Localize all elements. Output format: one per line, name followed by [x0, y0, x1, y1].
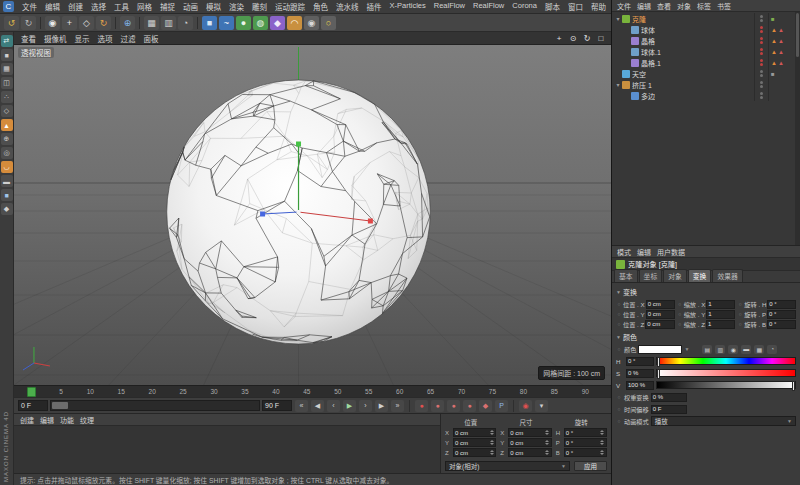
- parameter-field[interactable]: 0 cm: [645, 320, 674, 329]
- chevron-down-icon[interactable]: ▼: [684, 346, 689, 352]
- hsv-mode-icon[interactable]: ▥: [715, 345, 725, 354]
- object-tree-item[interactable]: 球体.1▲▲: [612, 46, 800, 57]
- viewport-menu-item[interactable]: 摄像机: [40, 33, 71, 44]
- visibility-dots[interactable]: [754, 57, 768, 68]
- edges-mode-icon[interactable]: ◇: [1, 105, 13, 117]
- coordinate-system-icon[interactable]: ⊕: [120, 16, 135, 30]
- current-frame-field[interactable]: 0 F: [18, 400, 48, 411]
- menubar-item[interactable]: 捕捉: [156, 1, 179, 12]
- object-label[interactable]: 晶格: [641, 36, 655, 46]
- menubar-item[interactable]: X-Particles: [386, 1, 430, 12]
- transform-section-header[interactable]: ▼ 变换: [616, 287, 796, 297]
- material-menu-item[interactable]: 创建: [17, 415, 37, 425]
- orange-tri-tag-icon[interactable]: ▲: [771, 38, 777, 44]
- menubar-item[interactable]: 帮助: [587, 1, 610, 12]
- viewport-menu-item[interactable]: 面板: [140, 33, 163, 44]
- wheel-mode-icon[interactable]: ◉: [728, 345, 738, 354]
- swatches-mode-icon[interactable]: ▦: [754, 345, 764, 354]
- coord-field[interactable]: 0 cm: [453, 438, 496, 447]
- object-label[interactable]: 球体: [641, 25, 655, 35]
- attribute-menu-item[interactable]: 编辑: [634, 247, 654, 257]
- prev-frame-icon[interactable]: ‹: [327, 400, 340, 412]
- object-tree-item[interactable]: ▾克隆■: [612, 13, 800, 24]
- coord-mode-dropdown[interactable]: 对象(相对)▼: [445, 461, 570, 471]
- coord-field[interactable]: 0 °: [564, 438, 607, 447]
- object-manager-menu-item[interactable]: 标签: [694, 1, 714, 11]
- prev-key-icon[interactable]: ◀: [311, 400, 324, 412]
- record-icon[interactable]: ●: [415, 400, 428, 412]
- red-tri-tag-icon[interactable]: ▲: [778, 49, 784, 55]
- menubar-item[interactable]: 渲染: [225, 1, 248, 12]
- spinner-icon[interactable]: [489, 448, 494, 457]
- visibility-dots[interactable]: [754, 24, 768, 35]
- render-picture-viewer-icon[interactable]: ▥: [161, 16, 176, 30]
- attribute-tab[interactable]: 坐标: [639, 269, 663, 282]
- maximize-icon[interactable]: □: [595, 33, 607, 44]
- zoom-icon[interactable]: ⊙: [567, 33, 579, 44]
- object-tags[interactable]: ▲▲: [768, 57, 794, 68]
- menubar-item[interactable]: 编辑: [41, 1, 64, 12]
- material-menu-item[interactable]: 功能: [57, 415, 77, 425]
- keyframe-position-icon[interactable]: ●: [431, 400, 444, 412]
- parameter-field[interactable]: 0 °: [767, 310, 796, 319]
- viewport-label[interactable]: 透视视图: [18, 47, 54, 58]
- parameter-field[interactable]: 0 °: [767, 300, 796, 309]
- keyframe-rotation-icon[interactable]: ●: [463, 400, 476, 412]
- viewport[interactable]: 透视视图 网格间距 : 100 cm: [14, 45, 611, 385]
- lock-icon[interactable]: ■: [1, 189, 13, 201]
- attribute-menu-item[interactable]: 用户数据: [654, 247, 688, 257]
- slider-handle[interactable]: [52, 402, 68, 409]
- menubar-item[interactable]: 文件: [18, 1, 41, 12]
- menubar-item[interactable]: 插件: [363, 1, 386, 12]
- key-dot-icon[interactable]: ○: [677, 301, 683, 307]
- goto-end-icon[interactable]: »: [391, 400, 404, 412]
- live-selection-icon[interactable]: ◉: [45, 16, 60, 30]
- key-dot-icon[interactable]: ○: [616, 301, 622, 307]
- autokey-icon[interactable]: ◉: [519, 400, 532, 412]
- time-offset-field[interactable]: 0 F: [651, 405, 687, 414]
- render-settings-icon[interactable]: ◔: [178, 16, 193, 30]
- enable-axis-icon[interactable]: ⊕: [1, 133, 13, 145]
- red-tri-tag-icon[interactable]: ▲: [778, 38, 784, 44]
- coord-field[interactable]: 0 °: [564, 428, 607, 437]
- coord-field[interactable]: 0 cm: [508, 438, 551, 447]
- object-tags[interactable]: ▲▲: [768, 35, 794, 46]
- color-section-header[interactable]: ▼ 颜色: [616, 332, 796, 342]
- end-frame-field[interactable]: 90 F: [262, 400, 292, 411]
- object-tags[interactable]: ■: [768, 13, 794, 24]
- object-tags[interactable]: ■: [768, 68, 794, 79]
- coord-field[interactable]: 0 °: [564, 448, 607, 457]
- viewport-solo-icon[interactable]: ◎: [1, 147, 13, 159]
- menubar-item[interactable]: 流水线: [332, 1, 363, 12]
- parameter-field[interactable]: 1: [706, 310, 735, 319]
- expander-icon[interactable]: ▾: [614, 15, 622, 22]
- spinner-icon[interactable]: [600, 448, 605, 457]
- menubar-item[interactable]: 窗口: [564, 1, 587, 12]
- quantize-icon[interactable]: ◆: [1, 203, 13, 215]
- attribute-tab[interactable]: 基本: [614, 269, 638, 282]
- object-manager-menu-item[interactable]: 编辑: [634, 1, 654, 11]
- object-tags[interactable]: ▲▲: [768, 24, 794, 35]
- object-label[interactable]: 克隆: [632, 14, 646, 24]
- coord-field[interactable]: 0 cm: [508, 428, 551, 437]
- spinner-icon[interactable]: [489, 438, 494, 447]
- parameter-field[interactable]: 0 °: [767, 320, 796, 329]
- spinner-icon[interactable]: [600, 428, 605, 437]
- key-dot-icon[interactable]: ○: [737, 311, 743, 317]
- gray-sq-tag-icon[interactable]: ■: [771, 71, 775, 77]
- red-tri-tag-icon[interactable]: ▲: [778, 60, 784, 66]
- animation-mode-dropdown[interactable]: 播放▼: [651, 416, 796, 426]
- parameter-field[interactable]: 1: [706, 320, 735, 329]
- spinner-icon[interactable]: [600, 438, 605, 447]
- object-tree-item[interactable]: 多边: [612, 90, 800, 101]
- keyframe-parameter-icon[interactable]: ◆: [479, 400, 492, 412]
- object-manager-menu-item[interactable]: 查看: [654, 1, 674, 11]
- menubar-item[interactable]: 雕刻: [248, 1, 271, 12]
- weight-field[interactable]: 0 %: [651, 393, 687, 402]
- spline-pen-icon[interactable]: ~: [219, 16, 234, 30]
- deformer-icon[interactable]: ◆: [270, 16, 285, 30]
- object-tree[interactable]: ▾克隆■球体▲▲晶格▲▲球体.1▲▲晶格.1▲▲天空■▾挤压 1多边: [612, 12, 800, 246]
- object-manager-menu-item[interactable]: 文件: [614, 1, 634, 11]
- green-sq-tag-icon[interactable]: ■: [771, 16, 775, 22]
- scale-icon[interactable]: ◇: [79, 16, 94, 30]
